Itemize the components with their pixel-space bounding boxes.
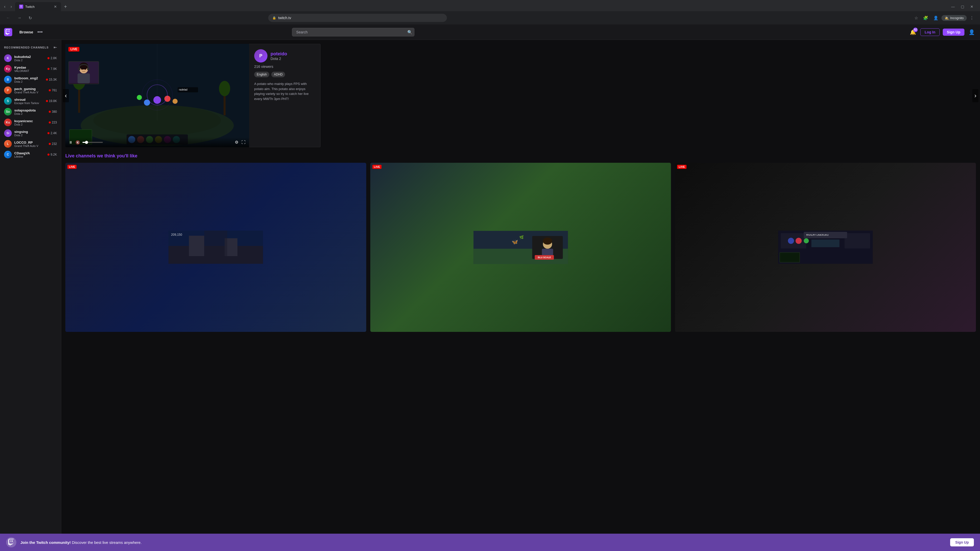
volume-slider[interactable] [83, 142, 103, 143]
streamer-name[interactable]: poteido [270, 51, 315, 57]
active-tab[interactable]: T Twitch ✕ [15, 2, 61, 11]
sidebar-item-solap[interactable]: So solapsapdota Dota 2 380 [2, 106, 59, 117]
user-menu-button[interactable]: 👤 [967, 28, 976, 36]
tab-nav-prev[interactable]: ‹ [2, 3, 7, 10]
collapse-sidebar-button[interactable]: ⇤ [54, 45, 57, 50]
close-button[interactable]: ✕ [968, 3, 976, 10]
svg-rect-64 [11, 540, 11, 542]
sidebar-viewers-kukudota2: 2.8K [48, 56, 57, 60]
sidebar-item-singsing[interactable]: Si singsing Dota 2 2.4K [2, 128, 59, 138]
banner-text: Join the Twitch community! Discover the … [21, 540, 946, 545]
stream-description: A potato who mainly plays FPS with potat… [254, 81, 315, 101]
lock-icon: 🔒 [272, 16, 276, 20]
sidebar-name-cdawg: CDawgVA [14, 151, 45, 155]
window-controls: — ▢ ✕ [948, 3, 978, 10]
search-button[interactable]: 🔍 [407, 30, 412, 35]
svg-point-31 [80, 62, 88, 69]
reload-button[interactable]: ↻ [27, 14, 34, 21]
url-bar[interactable]: 🔒 twitch.tv [268, 14, 447, 22]
sidebar-item-locco[interactable]: L LOCCO_RP Grand Theft Auto V 232 [2, 138, 59, 149]
tab-close-button[interactable]: ✕ [54, 5, 57, 9]
svg-rect-62 [780, 252, 800, 262]
tag-english[interactable]: English [254, 72, 269, 77]
svg-rect-1 [9, 30, 10, 32]
channel-card-3[interactable]: RIVALRY LINK/KUKU [675, 163, 976, 332]
sidebar-item-cdawg[interactable]: C CDawgVA Lifeline 9.2K [2, 149, 59, 160]
profile-button[interactable]: 👤 [931, 14, 940, 21]
twitch-logo [4, 28, 12, 36]
channel-thumbnail-3: RIVALRY LINK/KUKU [675, 163, 976, 332]
banner-signup-button[interactable]: Sign Up [950, 538, 974, 546]
webcam-overlay [68, 61, 99, 84]
streamer-game[interactable]: Dota 2 [270, 57, 315, 61]
banner-icon [6, 537, 16, 548]
login-button[interactable]: Log In [920, 28, 940, 36]
tag-adhd[interactable]: ADHD [271, 72, 285, 77]
sidebar-game-solap: Dota 2 [14, 112, 46, 115]
sidebar: RECOMMENDED CHANNELS ⇤ K kukudota2 Dota … [0, 40, 61, 551]
minimize-button[interactable]: — [948, 3, 957, 10]
fullscreen-button[interactable]: ⛶ [241, 140, 246, 145]
sidebar-item-kuyan[interactable]: Ku kuyanicwxc Dota 2 223 [2, 117, 59, 128]
maximize-button[interactable]: ▢ [958, 3, 967, 10]
tab-title: Twitch [25, 5, 51, 9]
new-tab-button[interactable]: + [62, 3, 69, 11]
menu-button[interactable]: ⋮ [968, 14, 976, 21]
svg-rect-55 [845, 233, 870, 248]
search-input[interactable] [292, 28, 414, 37]
banner-text-bold: Join the Twitch community! [21, 540, 71, 545]
svg-point-61 [804, 238, 809, 243]
sidebar-viewers-pech: 761 [49, 89, 57, 92]
sidebar-game-pech: Grand Theft Auto V [14, 91, 46, 94]
back-button[interactable]: ← [4, 14, 12, 21]
sidebar-game-locco: Grand Theft Auto V [14, 144, 46, 148]
live-dot [48, 57, 49, 59]
svg-point-33 [85, 68, 86, 70]
live-dot [49, 89, 51, 91]
live-badge: LIVE [68, 47, 80, 52]
tab-nav-next[interactable]: › [8, 3, 14, 10]
svg-text:209,150: 209,150 [171, 233, 182, 237]
live-dot [46, 100, 48, 102]
more-button[interactable]: ••• [35, 28, 45, 36]
bookmark-button[interactable]: ☆ [912, 14, 920, 21]
main-layout: RECOMMENDED CHANNELS ⇤ K kukudota2 Dota … [0, 40, 980, 551]
sidebar-info-cdawg: CDawgVA Lifeline [14, 151, 45, 158]
sidebar-item-shroud[interactable]: S shroud Escape from Tarkov 19.8K [2, 96, 59, 106]
sidebar-info-solap: solapsapdota Dota 2 [14, 108, 46, 115]
pause-button[interactable]: ⏸ [68, 140, 73, 145]
sidebar-info-pech: pech_gaming Grand Theft Auto V [14, 87, 46, 94]
forward-button[interactable]: → [15, 14, 24, 21]
extensions-button[interactable]: 🧩 [921, 14, 930, 21]
channel-card-2[interactable]: BLU SCALE 🦋 🌿 LIVE [370, 163, 671, 332]
live-dot [46, 79, 48, 81]
prev-stream-button[interactable]: ‹ [63, 89, 69, 102]
sidebar-viewers-singsing: 2.4K [48, 131, 57, 135]
tab-bar: ‹ › T Twitch ✕ + — ▢ ✕ [0, 0, 980, 11]
section-title: Live channels we think you'll like [65, 153, 976, 159]
signup-button[interactable]: Sign Up [943, 29, 964, 36]
live-dot [48, 68, 49, 70]
live-dot [49, 111, 51, 113]
sidebar-item-pech[interactable]: P pech_gaming Grand Theft Auto V 761 [2, 85, 59, 96]
main-content: ‹ [61, 40, 980, 551]
next-stream-button[interactable]: › [972, 89, 978, 102]
incognito-button[interactable]: 🕵 Incognito [942, 15, 967, 21]
mute-button[interactable]: 🔇 [75, 140, 80, 145]
sidebar-viewers-locco: 232 [49, 142, 57, 146]
sidebar-item-kukudota2[interactable]: K kukudota2 Dota 2 2.8K [2, 53, 59, 64]
sidebar-header: RECOMMENDED CHANNELS ⇤ [2, 44, 59, 53]
notifications-button[interactable]: 🔔 62 [909, 28, 917, 36]
section-title-colored: Live channels [65, 153, 96, 159]
browse-button[interactable]: Browse [18, 29, 35, 35]
channel-card-1[interactable]: 209,150 LIVE [65, 163, 366, 332]
avatar-shroud: S [4, 97, 12, 105]
sidebar-item-betboom[interactable]: B betboom_eng2 Dota 2 15.3K [2, 74, 59, 85]
avatar-solap: So [4, 108, 12, 116]
sidebar-viewers-cdawg: 9.2K [48, 153, 57, 156]
svg-point-13 [172, 99, 178, 104]
channels-grid: 209,150 LIVE [65, 163, 976, 332]
sidebar-item-kyedae[interactable]: Ky Kyedae VALORANT 7.9K [2, 64, 59, 74]
settings-button[interactable]: ⚙ [234, 139, 239, 145]
incognito-label: Incognito [950, 16, 964, 20]
